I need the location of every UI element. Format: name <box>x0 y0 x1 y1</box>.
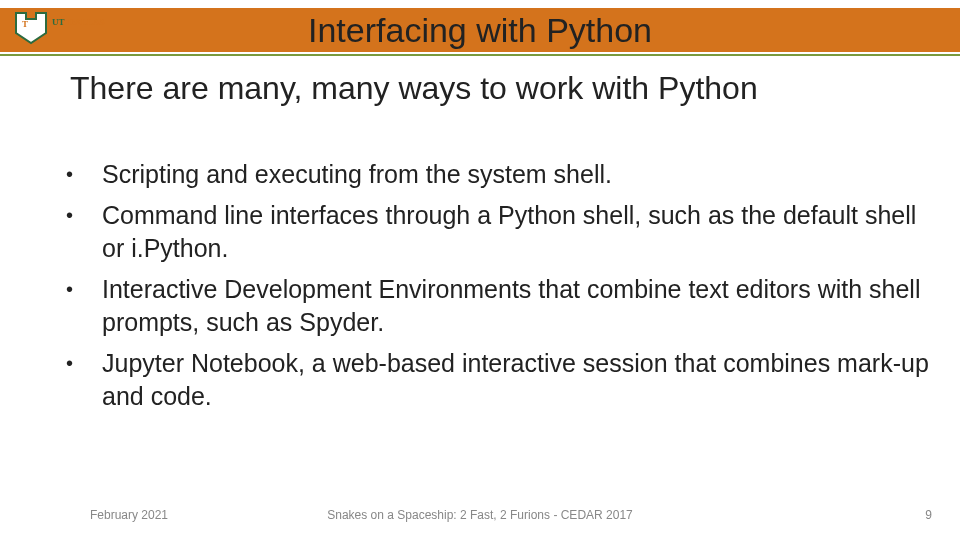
slide-subtitle: There are many, many ways to work with P… <box>70 70 920 107</box>
title-band: Interfacing with Python <box>0 8 960 52</box>
slide: Interfacing with Python T UT DALLAS Ther… <box>0 0 960 540</box>
ut-dallas-logo: T UT DALLAS <box>14 10 124 46</box>
bullet-list: • Scripting and executing from the syste… <box>60 158 930 421</box>
list-item: • Interactive Development Environments t… <box>60 273 930 339</box>
bullet-icon: • <box>60 158 102 191</box>
bullet-icon: • <box>60 347 102 413</box>
slide-title: Interfacing with Python <box>0 8 960 52</box>
svg-text:T: T <box>22 19 28 29</box>
list-item: • Jupyter Notebook, a web-based interact… <box>60 347 930 413</box>
list-item: • Command line interfaces through a Pyth… <box>60 199 930 265</box>
svg-text:UT: UT <box>52 17 65 27</box>
bullet-icon: • <box>60 273 102 339</box>
bullet-text: Command line interfaces through a Python… <box>102 199 930 265</box>
slide-footer: February 2021 Snakes on a Spaceship: 2 F… <box>0 508 960 528</box>
svg-text:DALLAS: DALLAS <box>68 17 105 27</box>
bullet-text: Jupyter Notebook, a web-based interactiv… <box>102 347 930 413</box>
title-underline <box>0 54 960 56</box>
footer-center: Snakes on a Spaceship: 2 Fast, 2 Furions… <box>0 508 960 522</box>
bullet-icon: • <box>60 199 102 265</box>
bullet-text: Interactive Development Environments tha… <box>102 273 930 339</box>
list-item: • Scripting and executing from the syste… <box>60 158 930 191</box>
bullet-text: Scripting and executing from the system … <box>102 158 930 191</box>
page-number: 9 <box>925 508 932 522</box>
